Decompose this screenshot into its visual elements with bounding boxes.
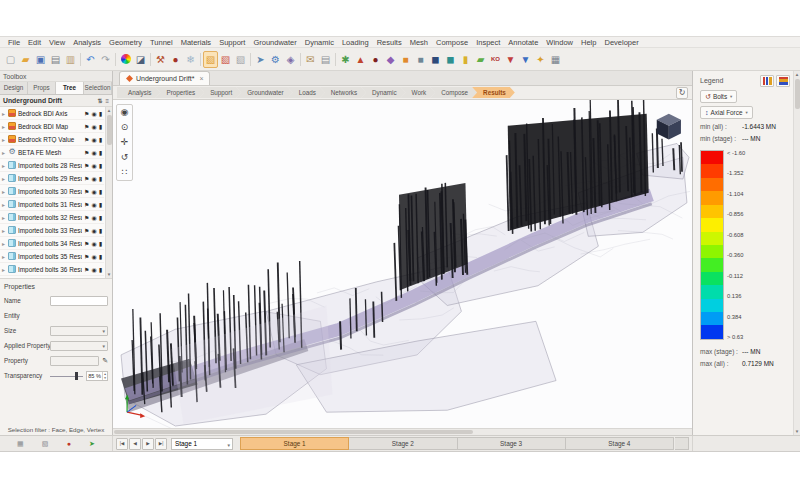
workflow-step-dynamic[interactable]: Dynamic bbox=[361, 87, 406, 98]
list-options-icon[interactable]: ≡ bbox=[105, 98, 109, 104]
gears-icon[interactable]: ⚙ bbox=[268, 51, 283, 68]
stage-tab-stage-4[interactable]: Stage 4 bbox=[566, 437, 674, 450]
select-box-icon[interactable]: ▧ bbox=[203, 51, 218, 68]
delete-icon[interactable]: ▮ bbox=[99, 201, 102, 208]
delete-icon[interactable]: ▮ bbox=[99, 123, 102, 130]
flag-icon[interactable]: ⚑ bbox=[84, 149, 89, 156]
scroll-down-icon[interactable]: ▼ bbox=[795, 428, 799, 435]
next-stage-button[interactable]: ▶ bbox=[142, 438, 154, 450]
view-cube[interactable] bbox=[657, 114, 681, 140]
redo-icon[interactable]: ↷ bbox=[98, 51, 113, 68]
menu-edit[interactable]: Edit bbox=[24, 38, 45, 47]
cube-teal-icon[interactable]: ◼ bbox=[443, 51, 458, 68]
workflow-step-properties[interactable]: Properties bbox=[155, 87, 204, 98]
applied-property-select[interactable]: ▼ bbox=[50, 341, 108, 351]
eye-icon[interactable]: ◉ bbox=[91, 162, 96, 169]
menu-results[interactable]: Results bbox=[373, 38, 406, 47]
tree-item[interactable]: ▸Bedrock BDI Map⚑◉▮ bbox=[0, 120, 104, 133]
eye-icon[interactable]: ◉ bbox=[91, 214, 96, 221]
workflow-step-groundwater[interactable]: Groundwater bbox=[236, 87, 292, 98]
panel-tab-tree[interactable]: Tree bbox=[56, 82, 84, 94]
undo-icon[interactable]: ↶ bbox=[83, 51, 98, 68]
eye-icon[interactable]: ◉ bbox=[91, 266, 96, 273]
cone-icon[interactable]: ▲ bbox=[353, 51, 368, 68]
plant-icon[interactable]: ✱ bbox=[338, 51, 353, 68]
menu-developer[interactable]: Developer bbox=[600, 38, 642, 47]
play-status-icon[interactable]: ➤ bbox=[89, 440, 95, 448]
scroll-up-icon[interactable]: ▲ bbox=[795, 71, 799, 78]
menu-tunnel[interactable]: Tunnel bbox=[146, 38, 177, 47]
tree-item[interactable]: ▸Imported bolts 29 Results⚑◉▮ bbox=[0, 172, 104, 185]
save-icon[interactable]: ▣ bbox=[33, 51, 48, 68]
menu-inspect[interactable]: Inspect bbox=[472, 38, 504, 47]
flask-red-icon[interactable]: ▼ bbox=[503, 51, 518, 68]
delete-icon[interactable]: ▮ bbox=[99, 266, 102, 273]
property-field[interactable] bbox=[50, 356, 99, 366]
legend-style-button[interactable] bbox=[760, 75, 774, 87]
flag-icon[interactable]: ⚑ bbox=[84, 123, 89, 130]
cube-navy-icon[interactable]: ◼ bbox=[428, 51, 443, 68]
workflow-step-loads[interactable]: Loads bbox=[288, 87, 325, 98]
mail-icon[interactable]: ✉ bbox=[303, 51, 318, 68]
delete-icon[interactable]: ▮ bbox=[99, 240, 102, 247]
snowflake-icon[interactable]: ❄ bbox=[183, 51, 198, 68]
delete-icon[interactable]: ▮ bbox=[99, 253, 102, 260]
menu-loading[interactable]: Loading bbox=[338, 38, 373, 47]
menu-help[interactable]: Help bbox=[577, 38, 600, 47]
pick-pointer-icon[interactable]: ➤ bbox=[253, 51, 268, 68]
open-folder-icon[interactable]: ▰ bbox=[18, 51, 33, 68]
model-canvas[interactable] bbox=[113, 100, 692, 428]
eye-icon[interactable]: ◉ bbox=[91, 227, 96, 234]
eye-icon[interactable]: ◉ bbox=[91, 188, 96, 195]
scroll-down-icon[interactable]: ▼ bbox=[107, 271, 111, 278]
clipboard-icon[interactable]: ▥ bbox=[63, 51, 78, 68]
delete-icon[interactable]: ▮ bbox=[99, 162, 102, 169]
prev-stage-button[interactable]: ◀ bbox=[129, 438, 141, 450]
close-tab-icon[interactable]: × bbox=[199, 75, 203, 82]
bolts-filter-button[interactable]: ↺ Bolts ▾ bbox=[700, 90, 737, 103]
stage-tab-stub[interactable] bbox=[675, 437, 689, 450]
eye-icon[interactable]: ◉ bbox=[91, 240, 96, 247]
rotate-tool[interactable]: ↺ bbox=[117, 150, 132, 165]
tree-item[interactable]: ▸Imported bolts 33 Results⚑◉▮ bbox=[0, 224, 104, 237]
eye-icon[interactable]: ◉ bbox=[91, 175, 96, 182]
flag-icon[interactable]: ⚑ bbox=[84, 110, 89, 117]
stage-tab-stage-1[interactable]: Stage 1 bbox=[240, 437, 349, 450]
sphere-icon[interactable]: ● bbox=[368, 51, 383, 68]
flag-icon[interactable]: ⚑ bbox=[84, 240, 89, 247]
flag-icon[interactable]: ⚑ bbox=[84, 188, 89, 195]
panel-tab-design[interactable]: Design bbox=[0, 82, 28, 94]
axial-force-button[interactable]: ↕ Axial Force ▾ bbox=[700, 106, 753, 119]
first-stage-button[interactable]: |◀ bbox=[116, 438, 128, 450]
hammer-icon[interactable]: ⚒ bbox=[153, 51, 168, 68]
menu-mesh[interactable]: Mesh bbox=[406, 38, 432, 47]
scroll-thumb[interactable] bbox=[795, 79, 800, 109]
burst-icon[interactable]: ✦ bbox=[533, 51, 548, 68]
scroll-up-icon[interactable]: ▲ bbox=[107, 107, 111, 114]
new-file-icon[interactable]: ▢ bbox=[3, 51, 18, 68]
name-field[interactable] bbox=[50, 296, 108, 306]
edit-pencil-icon[interactable]: ✎ bbox=[102, 357, 108, 365]
eye-icon[interactable]: ◉ bbox=[91, 136, 96, 143]
flag-icon[interactable]: ⚑ bbox=[84, 175, 89, 182]
menu-compose[interactable]: Compose bbox=[432, 38, 472, 47]
zoom-tool[interactable]: ⊙ bbox=[117, 120, 132, 135]
tree-item[interactable]: ▸Imported bolts 28 Results⚑◉▮ bbox=[0, 159, 104, 172]
sort-icon[interactable]: ⇅ bbox=[97, 97, 102, 104]
workflow-step-networks[interactable]: Networks bbox=[320, 87, 366, 98]
pan-tool[interactable]: ✛ bbox=[117, 135, 132, 150]
menu-support[interactable]: Support bbox=[215, 38, 249, 47]
spinner-arrows-icon[interactable]: ▲▼ bbox=[102, 372, 107, 380]
image-icon[interactable]: ◪ bbox=[133, 51, 148, 68]
box-orange-icon[interactable]: ■ bbox=[398, 51, 413, 68]
eye-icon[interactable]: ◉ bbox=[91, 149, 96, 156]
transparency-slider[interactable] bbox=[50, 371, 83, 381]
tree-item[interactable]: ▸Bedrock BDI Axis⚑◉▮ bbox=[0, 107, 104, 120]
menu-window[interactable]: Window bbox=[542, 38, 577, 47]
cylinder-icon[interactable]: ▮ bbox=[458, 51, 473, 68]
prism-icon[interactable]: ◆ bbox=[383, 51, 398, 68]
flag-icon[interactable]: ⚑ bbox=[84, 214, 89, 221]
horizontal-scrollbar[interactable] bbox=[113, 428, 692, 435]
stop-sign-icon[interactable]: ● bbox=[168, 51, 183, 68]
select-add-icon[interactable]: ▧ bbox=[218, 51, 233, 68]
